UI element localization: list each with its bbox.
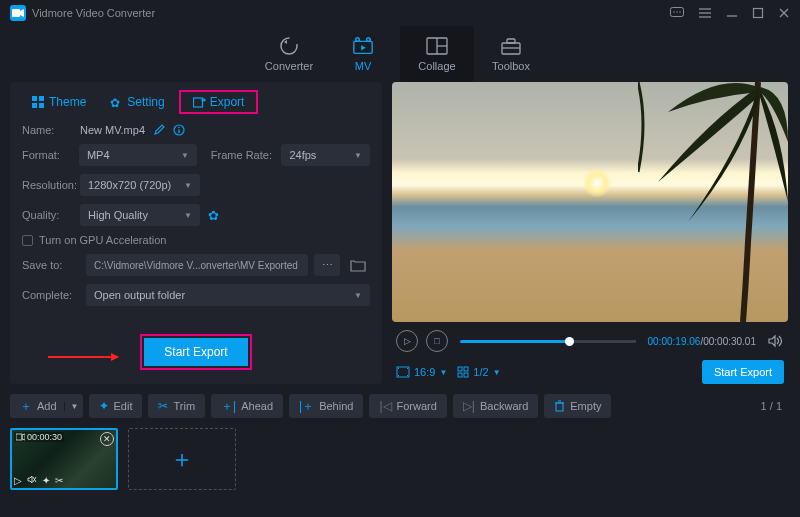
subtab-setting[interactable]: ✿ Setting <box>100 90 174 114</box>
quality-select[interactable]: High Quality▼ <box>80 204 200 226</box>
behind-icon: |＋ <box>299 398 314 415</box>
name-value: New MV.mp4 <box>80 124 145 136</box>
forward-button[interactable]: |◁Forward <box>369 394 446 418</box>
add-button[interactable]: ＋Add▼ <box>10 394 83 418</box>
framerate-value: 24fps <box>289 149 316 161</box>
clip-remove-icon[interactable]: ✕ <box>100 432 114 446</box>
nav-toolbox[interactable]: Toolbox <box>474 26 548 82</box>
info-icon[interactable] <box>173 124 185 136</box>
page-value: 1/2 <box>473 366 488 378</box>
nav-mv-label: MV <box>355 60 372 72</box>
subtab-export[interactable]: Export <box>179 90 259 114</box>
add-label: Add <box>37 400 57 412</box>
chevron-down-icon: ▼ <box>493 368 501 377</box>
title-bar: Vidmore Video Converter <box>0 0 800 26</box>
complete-select[interactable]: Open output folder▼ <box>86 284 370 306</box>
quality-settings-icon[interactable]: ✿ <box>208 208 219 223</box>
minimize-icon[interactable] <box>726 7 738 19</box>
stop-button[interactable]: □ <box>426 330 448 352</box>
subtab-theme[interactable]: Theme <box>22 90 96 114</box>
framerate-select[interactable]: 24fps▼ <box>281 144 370 166</box>
trim-button[interactable]: ✂Trim <box>148 394 205 418</box>
gpu-label: Turn on GPU Acceleration <box>39 234 166 246</box>
forward-icon: |◁ <box>379 399 391 413</box>
export-panel: Theme ✿ Setting Export Name: New MV.mp4 … <box>10 82 382 384</box>
rename-icon[interactable] <box>153 124 165 136</box>
format-value: MP4 <box>87 149 110 161</box>
backward-icon: ▷| <box>463 399 475 413</box>
mv-icon <box>352 36 374 56</box>
ahead-button[interactable]: ＋|Ahead <box>211 394 283 418</box>
collage-icon <box>426 36 448 56</box>
menu-icon[interactable] <box>698 7 712 19</box>
svg-rect-34 <box>464 373 468 377</box>
forward-label: Forward <box>397 400 437 412</box>
svg-rect-35 <box>556 403 563 411</box>
svg-rect-33 <box>458 373 462 377</box>
export-icon <box>193 96 205 108</box>
svg-point-12 <box>281 38 297 54</box>
chevron-down-icon: ▼ <box>184 211 192 220</box>
chevron-down-icon: ▼ <box>181 151 189 160</box>
maximize-icon[interactable] <box>752 7 764 19</box>
quality-label: Quality: <box>22 209 80 221</box>
open-folder-icon[interactable] <box>346 254 370 276</box>
svg-rect-31 <box>458 367 462 371</box>
quality-value: High Quality <box>88 209 148 221</box>
plus-icon: ＋ <box>20 398 32 415</box>
grid-icon <box>457 366 469 378</box>
svg-point-3 <box>676 11 677 12</box>
page-select[interactable]: 1/2 ▼ <box>457 366 500 378</box>
resolution-select[interactable]: 1280x720 (720p)▼ <box>80 174 200 196</box>
subtab-export-label: Export <box>210 95 245 109</box>
ahead-icon: ＋| <box>221 398 236 415</box>
volume-icon[interactable] <box>768 334 784 348</box>
clip-trim-icon[interactable]: ✂ <box>55 475 63 486</box>
format-select[interactable]: MP4▼ <box>79 144 197 166</box>
app-title: Vidmore Video Converter <box>32 7 670 19</box>
nav-mv[interactable]: MV <box>326 26 400 82</box>
empty-label: Empty <box>570 400 601 412</box>
aspect-ratio-select[interactable]: 16:9 ▼ <box>396 366 447 378</box>
nav-collage-label: Collage <box>418 60 455 72</box>
framerate-label: Frame Rate: <box>211 149 282 161</box>
play-button[interactable]: ▷ <box>396 330 418 352</box>
subtab-setting-label: Setting <box>127 95 164 109</box>
svg-point-28 <box>178 127 180 129</box>
page-indicator: 1 / 1 <box>761 400 782 412</box>
feedback-icon[interactable] <box>670 7 684 19</box>
behind-button[interactable]: |＋Behind <box>289 394 363 418</box>
svg-point-14 <box>356 38 360 42</box>
svg-rect-23 <box>39 96 44 101</box>
svg-point-4 <box>679 11 680 12</box>
chevron-down-icon: ▼ <box>64 402 79 411</box>
clip-duration: 00:00:30 <box>14 432 64 442</box>
resolution-label: Resolution: <box>22 179 80 191</box>
svg-rect-25 <box>39 103 44 108</box>
behind-label: Behind <box>319 400 353 412</box>
progress-bar[interactable] <box>460 340 636 343</box>
clip-mute-icon[interactable] <box>27 475 37 486</box>
nav-converter[interactable]: Converter <box>252 26 326 82</box>
edit-button[interactable]: ✦Edit <box>89 394 143 418</box>
clip-play-icon[interactable]: ▷ <box>14 475 22 486</box>
close-icon[interactable] <box>778 7 790 19</box>
clip-thumbnail[interactable]: 00:00:30 ✕ ▷ ✦ ✂ <box>10 428 118 490</box>
nav-collage[interactable]: Collage <box>400 26 474 82</box>
gpu-checkbox-row[interactable]: Turn on GPU Acceleration <box>22 234 370 246</box>
theme-icon <box>32 96 44 108</box>
chevron-down-icon: ▼ <box>354 151 362 160</box>
start-export-button[interactable]: Start Export <box>144 338 247 366</box>
backward-button[interactable]: ▷|Backward <box>453 394 538 418</box>
subtab-theme-label: Theme <box>49 95 86 109</box>
video-preview[interactable] <box>392 82 788 322</box>
empty-button[interactable]: Empty <box>544 394 611 418</box>
clip-edit-icon[interactable]: ✦ <box>42 475 50 486</box>
preview-panel: ▷ □ 00:00:19.06/00:00:30.01 16:9 ▼ 1/2 ▼… <box>392 82 788 384</box>
browse-button[interactable]: ⋯ <box>314 254 340 276</box>
gear-icon: ✿ <box>110 96 122 108</box>
add-clip-button[interactable]: ＋ <box>128 428 236 490</box>
wand-icon: ✦ <box>99 399 109 413</box>
start-export-button-right[interactable]: Start Export <box>702 360 784 384</box>
complete-value: Open output folder <box>94 289 185 301</box>
